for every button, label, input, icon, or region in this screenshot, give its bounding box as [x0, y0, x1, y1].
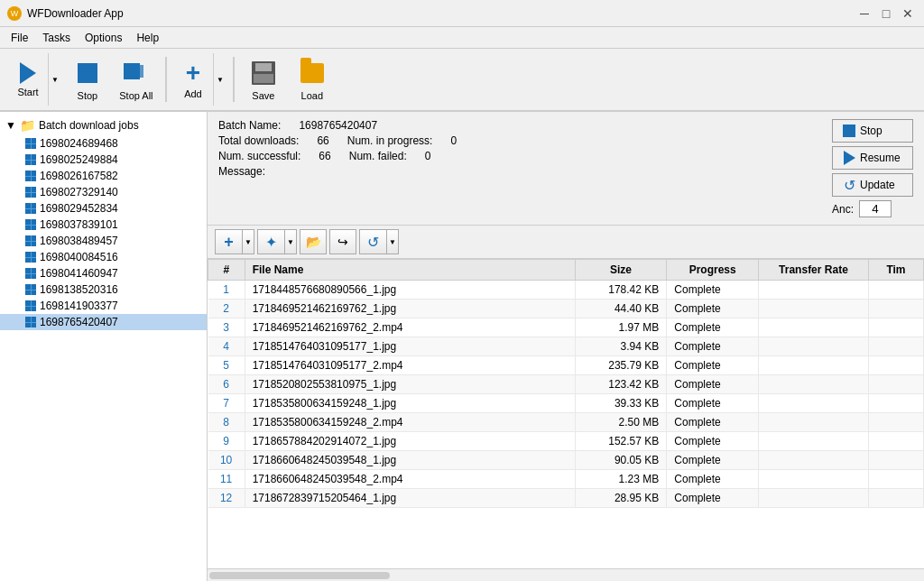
cell-filename: 1718660648245039548_1.jpg	[245, 451, 575, 470]
side-stop-button[interactable]: Stop	[832, 119, 913, 143]
anc-row: Anc:	[832, 200, 913, 217]
cell-num: 3	[208, 318, 245, 337]
grid-icon-11	[25, 317, 36, 327]
add-item-dropdown[interactable]: ▼	[242, 229, 254, 254]
col-header-rate: Transfer Rate	[758, 260, 868, 281]
toolbar-separator-1	[165, 57, 167, 102]
tree-item-8[interactable]: 1698041460947	[0, 265, 207, 281]
menu-help[interactable]: Help	[129, 30, 166, 46]
tree-item-0[interactable]: 1698024689468	[0, 135, 207, 152]
tree-item-5[interactable]: 1698037839101	[0, 217, 207, 233]
tree-item-10[interactable]: 1698141903377	[0, 298, 207, 314]
cell-filename: 1718520802553810975_1.jpg	[245, 375, 575, 394]
cell-size: 39.33 KB	[575, 394, 667, 413]
add-item-button-group: + ▼	[215, 229, 254, 254]
start-button[interactable]: Start	[8, 53, 48, 106]
side-update-button[interactable]: ↺ Update	[832, 173, 913, 197]
start-dropdown-arrow[interactable]: ▼	[48, 53, 61, 106]
add-item-button[interactable]: +	[215, 229, 242, 254]
add-special-button[interactable]: ✦	[257, 229, 284, 254]
close-button[interactable]: ✕	[899, 5, 917, 23]
load-button[interactable]: Load	[289, 52, 336, 106]
side-update-label: Update	[860, 179, 895, 191]
tree-item-label-4: 1698029452834	[40, 202, 118, 215]
tree-item-9[interactable]: 1698138520316	[0, 281, 207, 298]
cell-filename: 1718469521462169762_1.jpg	[245, 300, 575, 318]
table-row[interactable]: 7 1718535800634159248_1.jpg 39.33 KB Com…	[208, 394, 924, 413]
menu-tasks[interactable]: Tasks	[35, 30, 78, 46]
tree-item-7[interactable]: 1698040084516	[0, 249, 207, 265]
cell-time	[868, 470, 923, 489]
cell-filename: 1718448576680890566_1.jpg	[245, 281, 575, 300]
message-row: Message:	[218, 165, 818, 178]
stop-button[interactable]: Stop	[64, 52, 111, 106]
maximize-button[interactable]: □	[877, 5, 895, 23]
add-dropdown-arrow[interactable]: ▼	[213, 53, 226, 106]
table-row[interactable]: 1 1718448576680890566_1.jpg 178.42 KB Co…	[208, 281, 924, 300]
cell-progress: Complete	[667, 337, 759, 356]
table-row[interactable]: 4 1718514764031095177_1.jpg 3.94 KB Comp…	[208, 337, 924, 356]
cell-rate	[758, 318, 868, 337]
anc-label: Anc:	[832, 203, 854, 216]
tree-item-3[interactable]: 1698027329140	[0, 184, 207, 200]
batch-counts-row-2: Num. successful: 66 Num. failed: 0	[218, 150, 818, 162]
tree-item-1[interactable]: 1698025249884	[0, 152, 207, 168]
main-content: ▼ 📁 Batch download jobs 1698024689468 16…	[0, 112, 924, 581]
cell-rate	[758, 394, 868, 413]
minimize-button[interactable]: ─	[855, 5, 873, 23]
batch-info-left: Batch Name: 1698765420407 Total download…	[218, 119, 818, 217]
cell-progress: Complete	[667, 413, 759, 432]
menu-file[interactable]: File	[4, 30, 35, 46]
cell-size: 90.05 KB	[575, 451, 667, 470]
cell-num: 1	[208, 281, 245, 300]
save-button[interactable]: Save	[240, 52, 287, 106]
cell-time	[868, 281, 923, 300]
table-row[interactable]: 2 1718469521462169762_1.jpg 44.40 KB Com…	[208, 300, 924, 318]
cell-filename: 1718657884202914072_1.jpg	[245, 432, 575, 451]
table-row[interactable]: 5 1718514764031095177_2.mp4 235.79 KB Co…	[208, 356, 924, 375]
cell-progress: Complete	[667, 489, 759, 508]
cell-rate	[758, 281, 868, 300]
tree-root-item[interactable]: ▼ 📁 Batch download jobs	[0, 115, 207, 135]
table-row[interactable]: 8 1718535800634159248_2.mp4 2.50 MB Comp…	[208, 413, 924, 432]
batch-name-label: Batch Name:	[218, 119, 281, 132]
batch-name-value: 1698765420407	[299, 119, 377, 132]
table-row[interactable]: 9 1718657884202914072_1.jpg 152.57 KB Co…	[208, 432, 924, 451]
export-button[interactable]: ↪	[329, 229, 356, 254]
scrollbar-thumb[interactable]	[209, 572, 390, 579]
grid-icon-0	[25, 138, 36, 149]
cell-filename: 1718514764031095177_2.mp4	[245, 356, 575, 375]
table-row[interactable]: 6 1718520802553810975_1.jpg 123.42 KB Co…	[208, 375, 924, 394]
cell-rate	[758, 375, 868, 394]
cell-num: 7	[208, 394, 245, 413]
message-label: Message:	[218, 165, 265, 178]
tree-item-2[interactable]: 1698026167582	[0, 168, 207, 184]
refresh-dropdown[interactable]: ▼	[386, 229, 399, 254]
toolbar: Start ▼ Stop Stop All + Add ▼	[0, 49, 924, 112]
side-resume-button[interactable]: Resume	[832, 146, 913, 170]
cell-time	[868, 413, 923, 432]
table-row[interactable]: 11 1718660648245039548_2.mp4 1.23 MB Com…	[208, 470, 924, 489]
side-resume-label: Resume	[860, 152, 901, 164]
horizontal-scrollbar[interactable]	[208, 568, 924, 581]
col-header-progress: Progress	[667, 260, 759, 281]
tree-item-4[interactable]: 1698029452834	[0, 200, 207, 217]
refresh-button-group: ↺ ▼	[359, 229, 399, 254]
table-row[interactable]: 10 1718660648245039548_1.jpg 90.05 KB Co…	[208, 451, 924, 470]
successful-label: Num. successful:	[218, 150, 300, 162]
refresh-button[interactable]: ↺	[359, 229, 386, 254]
menu-options[interactable]: Options	[78, 30, 129, 46]
anc-input[interactable]	[859, 200, 892, 217]
table-row[interactable]: 12 1718672839715205464_1.jpg 28.95 KB Co…	[208, 489, 924, 508]
tree-item-6[interactable]: 1698038489457	[0, 233, 207, 249]
open-folder-button[interactable]: 📂	[300, 229, 327, 254]
table-row[interactable]: 3 1718469521462169762_2.mp4 1.97 MB Comp…	[208, 318, 924, 337]
tree-item-11[interactable]: 1698765420407	[0, 314, 207, 330]
cell-time	[868, 432, 923, 451]
batch-name-row: Batch Name: 1698765420407	[218, 119, 818, 132]
add-button[interactable]: + Add	[173, 53, 213, 106]
tree-item-label-7: 1698040084516	[40, 251, 118, 263]
cell-progress: Complete	[667, 375, 759, 394]
add-special-dropdown[interactable]: ▼	[284, 229, 297, 254]
stop-all-button[interactable]: Stop All	[113, 52, 160, 106]
